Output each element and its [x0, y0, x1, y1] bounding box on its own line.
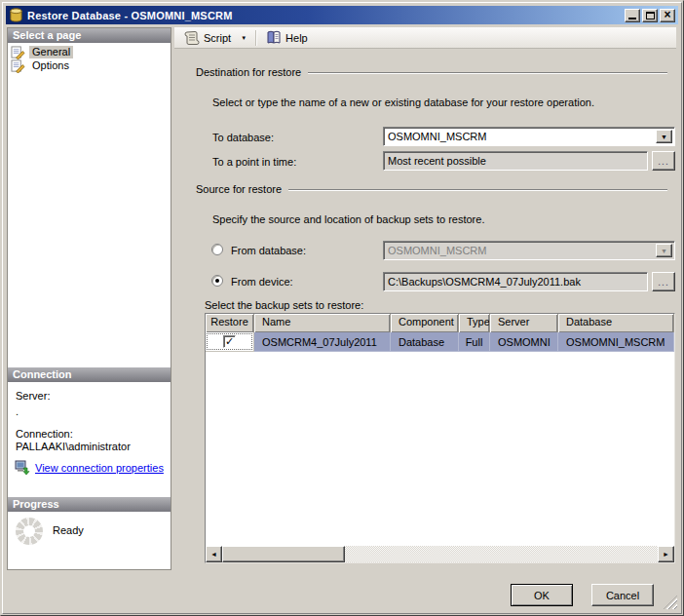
- maximize-icon: [646, 12, 655, 19]
- minimize-icon: [628, 18, 636, 19]
- from-database-value: OSMOMNI_MSCRM: [388, 245, 486, 256]
- view-connection-properties-link[interactable]: View connection properties: [35, 462, 164, 474]
- group-divider-line: [288, 189, 667, 190]
- destination-instruction: Select or type the name of a new or exis…: [212, 96, 594, 108]
- cancel-button-label: Cancel: [606, 590, 639, 601]
- table-row[interactable]: ✓ OSMCRM4_07July2011 Database Full OSMOM…: [206, 332, 674, 352]
- checkmark-icon: ✓: [225, 336, 234, 347]
- titlebar[interactable]: Restore Database - OSMOMNI_MSCRM ×: [6, 6, 678, 24]
- point-in-time-field[interactable]: Most recent possible: [383, 151, 648, 171]
- cell-server[interactable]: OSMOMNI: [490, 332, 558, 352]
- point-in-time-browse-button[interactable]: ...: [652, 151, 675, 171]
- help-button[interactable]: Help: [262, 28, 312, 47]
- dialog-window-inner: Restore Database - OSMOMNI_MSCRM × Selec…: [2, 2, 682, 614]
- source-instruction: Specify the source and location of backu…: [212, 213, 484, 225]
- restore-checkbox[interactable]: ✓: [223, 335, 236, 348]
- restore-checkbox-cell[interactable]: ✓: [206, 332, 254, 352]
- server-label: Server:: [16, 390, 50, 402]
- scroll-left-button[interactable]: ◄: [206, 546, 222, 562]
- view-connection-properties[interactable]: View connection properties: [15, 460, 164, 475]
- page-script-icon: [11, 46, 25, 59]
- source-group-title: Source for restore: [196, 183, 282, 195]
- progress-status: Ready: [53, 524, 84, 536]
- script-label: Script: [204, 32, 231, 44]
- from-device-browse-button[interactable]: ...: [652, 272, 675, 291]
- toolbar: Script ▼ Help: [174, 27, 676, 49]
- column-header-database[interactable]: Database: [558, 314, 674, 332]
- sidebar-item-general[interactable]: General: [11, 45, 73, 59]
- destination-group-title: Destination for restore: [196, 66, 301, 78]
- window-title: Restore Database - OSMOMNI_MSCRM: [27, 10, 623, 21]
- grid-empty-area: [206, 352, 674, 546]
- connection-properties-icon: [15, 460, 30, 475]
- chevron-down-icon: ▼: [661, 134, 667, 140]
- progress-spinner-icon: [16, 518, 43, 545]
- point-in-time-value: Most recent possible: [388, 155, 486, 167]
- from-device-label: From device:: [231, 276, 293, 288]
- connection-header: Connection: [8, 367, 171, 382]
- ok-button-label: OK: [534, 590, 550, 601]
- script-button[interactable]: Script: [180, 28, 235, 47]
- select-a-page-header: Select a page: [8, 28, 171, 43]
- column-header-type[interactable]: Type: [459, 314, 490, 332]
- group-divider-line: [308, 72, 667, 73]
- cell-type[interactable]: Full: [459, 332, 490, 352]
- from-database-dropdown-button: ▼: [656, 244, 672, 257]
- ellipsis-icon: ...: [658, 277, 668, 288]
- to-database-combobox[interactable]: OSMOMNI_MSCRM ▼: [383, 127, 675, 146]
- grid-header-row: Restore Name Component Type Server Datab…: [206, 314, 674, 332]
- server-value: .: [16, 405, 19, 417]
- backup-sets-grid: Restore Name Component Type Server Datab…: [205, 313, 675, 563]
- backup-sets-label: Select the backup sets to restore:: [205, 299, 363, 311]
- arrow-left-icon: ◄: [210, 551, 217, 558]
- to-database-value: OSMOMNI_MSCRM: [388, 131, 486, 142]
- chevron-down-icon: ▼: [241, 35, 247, 41]
- from-database-combobox: OSMOMNI_MSCRM ▼: [383, 241, 675, 260]
- sidebar: Select a page General Options Connection: [7, 27, 171, 570]
- toolbar-separator: [255, 30, 256, 46]
- minimize-button[interactable]: [625, 9, 640, 22]
- sidebar-item-general-label: General: [29, 46, 73, 58]
- column-header-component[interactable]: Component: [391, 314, 459, 332]
- cancel-button[interactable]: Cancel: [591, 584, 654, 606]
- column-header-name[interactable]: Name: [254, 314, 391, 332]
- script-icon: [184, 30, 200, 45]
- to-database-dropdown-button[interactable]: ▼: [656, 130, 672, 143]
- general-page-content: Destination for restore Select or type t…: [174, 50, 675, 570]
- source-group-caption: Source for restore: [196, 182, 667, 196]
- resize-grip[interactable]: [664, 596, 677, 609]
- sidebar-item-options-label: Options: [29, 59, 72, 72]
- arrow-right-icon: ►: [663, 551, 669, 558]
- from-device-radio[interactable]: [211, 275, 223, 287]
- ok-button[interactable]: OK: [511, 584, 573, 606]
- destination-group-caption: Destination for restore: [196, 65, 667, 79]
- connection-value: PALLAAKI\administrator: [16, 441, 131, 452]
- progress-header: Progress: [8, 497, 171, 512]
- column-header-restore[interactable]: Restore: [206, 314, 254, 332]
- cell-database[interactable]: OSMOMNI_MSCRM: [558, 332, 674, 352]
- close-icon: ×: [664, 10, 670, 19]
- horizontal-scrollbar[interactable]: ◄ ►: [206, 546, 674, 562]
- from-database-label: From database:: [231, 245, 306, 256]
- scrollbar-thumb[interactable]: [222, 546, 345, 562]
- to-database-label: To database:: [212, 132, 274, 143]
- sidebar-item-options[interactable]: Options: [11, 58, 72, 73]
- chevron-down-icon: ▼: [661, 248, 667, 254]
- maximize-button[interactable]: [642, 9, 658, 22]
- column-header-server[interactable]: Server: [490, 314, 558, 332]
- ellipsis-icon: ...: [658, 156, 668, 167]
- cell-name[interactable]: OSMCRM4_07July2011: [254, 332, 391, 352]
- page-script-icon: [11, 59, 25, 73]
- scrollbar-track[interactable]: [345, 546, 658, 562]
- from-device-value: C:\Backups\OSMCRM4_07July2011.bak: [388, 276, 581, 288]
- close-button[interactable]: ×: [660, 9, 675, 22]
- scroll-right-button[interactable]: ►: [658, 546, 674, 562]
- help-label: Help: [285, 32, 308, 44]
- from-database-radio[interactable]: [211, 244, 223, 255]
- cell-component[interactable]: Database: [391, 332, 459, 352]
- help-book-icon: [266, 30, 282, 45]
- from-device-field[interactable]: C:\Backups\OSMCRM4_07July2011.bak: [383, 272, 648, 291]
- connection-label: Connection:: [16, 428, 73, 440]
- script-dropdown-button[interactable]: ▼: [238, 33, 249, 43]
- point-in-time-label: To a point in time:: [212, 156, 296, 168]
